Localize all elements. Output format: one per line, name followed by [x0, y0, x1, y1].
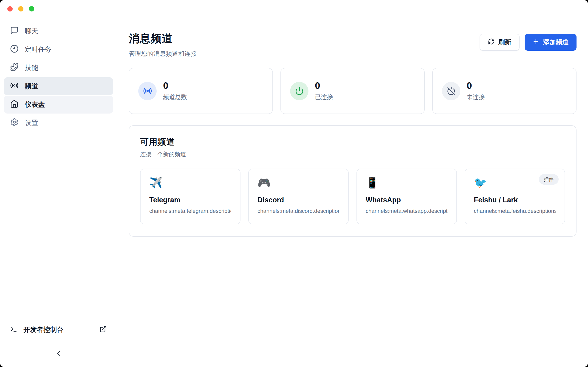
- sidebar-item-label: 聊天: [25, 27, 38, 36]
- close-window-button[interactable]: [7, 6, 13, 11]
- stat-label: 已连接: [315, 93, 333, 101]
- channel-card-feishu[interactable]: 插件 🐦 Feishu / Lark channels:meta.feishu.…: [465, 169, 565, 224]
- gear-icon: [10, 118, 19, 128]
- refresh-button-label: 刷新: [498, 38, 511, 47]
- section-subtitle: 连接一个新的频道: [140, 150, 565, 158]
- channel-name: Feishu / Lark: [474, 196, 556, 204]
- channel-card-discord[interactable]: 🎮 Discord channels:meta.discord.descript…: [248, 169, 349, 224]
- sidebar-item-label: 定时任务: [25, 45, 52, 54]
- channel-name: Telegram: [149, 196, 231, 204]
- stat-card-connected: 0 已连接: [280, 68, 425, 114]
- power-icon: [290, 82, 309, 100]
- add-channel-button-label: 添加频道: [543, 38, 569, 47]
- channel-card-whatsapp[interactable]: 📱 WhatsApp channels:meta.whatsapp.descri…: [356, 169, 457, 224]
- add-channel-button[interactable]: 添加频道: [525, 34, 577, 51]
- sidebar-item-settings[interactable]: 设置: [4, 114, 113, 132]
- stat-card-total-channels: 0 频道总数: [129, 68, 273, 114]
- broadcast-icon: [138, 82, 157, 100]
- section-title: 可用频道: [140, 136, 565, 148]
- channel-description: channels:meta.whatsapp.description: [366, 208, 448, 214]
- page-title: 消息频道: [129, 31, 197, 46]
- channel-name: Discord: [258, 196, 339, 204]
- sidebar: 聊天 定时任务 技能: [0, 18, 117, 367]
- sidebar-item-chat[interactable]: 聊天: [4, 22, 113, 40]
- broadcast-icon: [10, 81, 19, 91]
- power-off-icon: [442, 82, 460, 100]
- stat-card-disconnected: 0 未连接: [432, 68, 577, 114]
- stat-label: 频道总数: [163, 93, 187, 101]
- channel-description: channels:meta.discord.description: [258, 208, 339, 214]
- sidebar-item-scheduled-tasks[interactable]: 定时任务: [4, 41, 113, 58]
- sidebar-item-label: 频道: [25, 82, 38, 91]
- terminal-icon: [10, 325, 17, 334]
- stat-label: 未连接: [467, 93, 485, 101]
- titlebar: [0, 0, 588, 18]
- telegram-airplane-icon: ✈️: [149, 177, 231, 189]
- sidebar-item-dashboard[interactable]: 仪表盘: [4, 96, 113, 114]
- sidebar-item-skills[interactable]: 技能: [4, 59, 113, 77]
- sidebar-item-label: 设置: [25, 118, 38, 127]
- puzzle-icon: [10, 63, 19, 73]
- developer-console-link[interactable]: 开发者控制台: [4, 323, 113, 337]
- refresh-button[interactable]: 刷新: [480, 34, 519, 51]
- channel-description: channels:meta.feishu.descriptions: [474, 208, 556, 214]
- plugin-badge: 插件: [539, 174, 559, 185]
- minimize-window-button[interactable]: [18, 6, 23, 11]
- channel-description: channels:meta.telegram.description: [149, 208, 231, 214]
- sidebar-item-channels[interactable]: 频道: [4, 77, 113, 95]
- stat-value: 0: [315, 81, 333, 90]
- collapse-sidebar-button[interactable]: [52, 347, 65, 359]
- zoom-window-button[interactable]: [29, 6, 34, 11]
- whatsapp-phone-icon: 📱: [366, 177, 448, 189]
- available-channels-section: 可用频道 连接一个新的频道 ✈️ Telegram channels:meta.…: [129, 125, 577, 237]
- refresh-icon: [488, 38, 495, 47]
- chat-icon: [10, 26, 19, 36]
- channel-card-telegram[interactable]: ✈️ Telegram channels:meta.telegram.descr…: [140, 169, 241, 224]
- channel-name: WhatsApp: [366, 196, 448, 204]
- home-icon: [10, 100, 19, 110]
- developer-console-label: 开发者控制台: [23, 325, 63, 334]
- chevron-left-icon: [54, 349, 63, 357]
- external-link-icon: [99, 325, 107, 334]
- sidebar-item-label: 仪表盘: [25, 100, 45, 109]
- main-content: 消息频道 管理您的消息频道和连接 刷新 添加频道: [117, 18, 588, 367]
- sidebar-item-label: 技能: [25, 63, 38, 73]
- sidebar-nav: 聊天 定时任务 技能: [4, 22, 113, 323]
- plus-icon: [532, 38, 539, 47]
- app-window: 聊天 定时任务 技能: [0, 0, 588, 367]
- stat-value: 0: [163, 81, 187, 90]
- clock-icon: [10, 44, 19, 55]
- discord-gamepad-icon: 🎮: [258, 177, 339, 189]
- stat-value: 0: [467, 81, 485, 90]
- page-subtitle: 管理您的消息频道和连接: [129, 50, 197, 58]
